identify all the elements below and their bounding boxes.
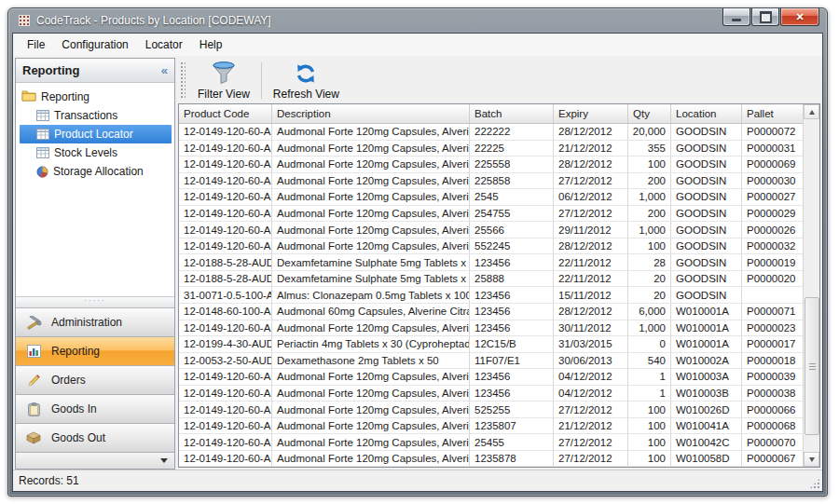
cell-batch: 222222 [470,124,554,141]
nav-button-goods-in[interactable]: Goods In [16,395,174,424]
sidebar-item-transactions[interactable]: Transactions [20,106,172,125]
sidebar-item-stock-levels[interactable]: Stock Levels [20,143,172,162]
toolbar-button-label: Refresh View [273,88,339,101]
column-header-product-code[interactable]: Product Code [179,104,272,123]
app-window: CodeTrack - Products by Location [CODEWA… [7,7,828,497]
cell-expiry: 04/12/2012 [554,386,628,402]
table-row[interactable]: 12-0148-60-100-A...Audmonal 60mg Capsule… [179,304,803,320]
client-area: FileConfigurationLocatorHelp Reporting « [12,33,823,492]
cell-description: Almus: Clonazepam 0.5mg Tablets x 100 [272,287,470,304]
nav-button-administration[interactable]: Administration [16,308,174,337]
table-icon [36,147,49,158]
cell-expiry: 04/12/2012 [554,369,628,386]
table-row[interactable]: 12-0149-120-60-A...Audmonal Forte 120mg … [179,418,803,435]
cell-description: Periactin 4mg Tablets x 30 (Cyproheptadi… [272,336,470,353]
cell-expiry: 28/12/2012 [554,238,628,255]
cell-location: W010002A [671,353,742,370]
menu-item-locator[interactable]: Locator [137,35,191,54]
table-row[interactable]: 12-0149-120-60-A...Audmonal Forte 120mg … [179,141,803,157]
cell-expiry: 27/12/2012 [554,173,628,190]
nav-button-goods-out[interactable]: Goods Out [16,424,174,453]
sidebar-item-product-locator[interactable]: Product Locator [20,125,172,143]
table-row[interactable]: 12-0149-120-60-A...Audmonal Forte 120mg … [179,189,803,206]
sidebar-item-storage-allocation[interactable]: Storage Allocation [20,162,172,181]
table-row[interactable]: 12-0149-120-60-A...Audmonal Forte 120mg … [179,434,803,451]
cell-product-code: 31-0071-0.5-100-A... [179,287,272,304]
column-header-location[interactable]: Location [671,104,742,123]
table-row[interactable]: 12-0149-120-60-A...Audmonal Forte 120mg … [179,238,803,255]
cell-pallet: P0000039 [742,369,803,386]
cell-expiry: 27/12/2012 [554,206,628,223]
table-row[interactable]: 12-0149-120-60-A...Audmonal Forte 120mg … [179,206,803,223]
table-row[interactable]: 12-0149-120-60-A...Audmonal Forte 120mg … [179,386,803,402]
table-row[interactable]: 12-0199-4-30-AUDPeriactin 4mg Tablets x … [179,336,803,353]
cell-product-code: 12-0149-120-60-A... [179,222,272,238]
close-button[interactable]: ✕ [780,8,819,26]
column-header-expiry[interactable]: Expiry [554,104,628,123]
cell-product-code: 12-0188-5-28-AUD [179,271,272,288]
minimize-button[interactable] [722,8,750,26]
vertical-scrollbar[interactable] [803,104,819,467]
resize-grip[interactable] [809,478,820,489]
maximize-button[interactable] [751,8,779,26]
cell-batch: 25455 [470,434,554,451]
cell-pallet: P0000018 [742,353,803,370]
column-header-description[interactable]: Description [272,104,470,123]
scrollbar-thumb[interactable] [805,297,819,435]
tree-root-reporting[interactable]: Reporting [20,88,174,106]
toolbar-grip[interactable] [180,61,186,100]
cell-batch: 11F07/E1 [470,353,554,370]
tree-root-label: Reporting [41,90,89,103]
table-row[interactable]: 12-0149-120-60-A...Audmonal Forte 120mg … [179,451,803,467]
chevron-down-icon[interactable] [160,458,168,463]
cell-qty: 1,000 [628,189,671,206]
column-header-qty[interactable]: Qty [628,104,671,123]
column-header-pallet[interactable]: Pallet [742,104,803,123]
table-row[interactable]: 12-0188-5-28-AUDDexamfetamine Sulphate 5… [179,271,803,288]
cell-description: Audmonal Forte 120mg Capsules, Alverine.… [272,238,470,255]
table-row[interactable]: 12-0149-120-60-A...Audmonal Forte 120mg … [179,157,803,173]
table-row[interactable]: 12-0149-120-60-A...Audmonal Forte 120mg … [179,402,803,418]
cell-product-code: 12-0149-120-60-A... [179,157,272,173]
table-row[interactable]: 12-0149-120-60-A...Audmonal Forte 120mg … [179,173,803,190]
title-bar[interactable]: CodeTrack - Products by Location [CODEWA… [8,8,827,33]
cell-batch: 25566 [470,222,554,238]
cell-expiry: 21/12/2012 [554,418,628,435]
cell-description: Audmonal Forte 120mg Capsules, Alverine.… [272,173,470,190]
collapse-chevron-icon[interactable]: « [161,64,168,76]
window-title: CodeTrack - Products by Location [CODEWA… [36,14,271,27]
nav-button-reporting[interactable]: Reporting [16,337,174,366]
column-header-batch[interactable]: Batch [470,104,554,123]
scroll-up-button[interactable] [804,104,819,119]
table-row[interactable]: 12-0149-120-60-A...Audmonal Forte 120mg … [179,222,803,238]
cell-expiry: 06/12/2012 [554,189,628,206]
table-row[interactable]: 12-0188-5-28-AUDDexamfetamine Sulphate 5… [179,254,803,271]
cell-pallet: P0000027 [742,189,803,206]
nav-button-orders[interactable]: Orders [16,366,174,395]
table-row[interactable]: 12-0053-2-50-AUDDexamethasone 2mg Tablet… [179,353,803,370]
cell-qty: 100 [628,238,671,255]
cell-location: W010041A [671,418,742,435]
cell-qty: 355 [628,141,671,157]
tree-item-label: Product Locator [54,128,133,141]
scroll-down-button[interactable] [804,452,819,467]
cell-batch: 123456 [470,320,554,337]
refresh-view-button[interactable]: Refresh View [264,58,349,103]
cell-location: W010001A [671,336,742,353]
sidebar: Reporting « Reporting TransactionsProd [15,58,175,470]
table-row[interactable]: 12-0149-120-60-A...Audmonal Forte 120mg … [179,320,803,337]
table-row[interactable]: 12-0149-120-60-A...Audmonal Forte 120mg … [179,369,803,386]
table-icon [36,129,49,140]
splitter-grip: ····· [84,299,105,303]
menu-item-help[interactable]: Help [191,35,231,54]
cell-batch: 2545 [470,189,554,206]
table-row[interactable]: 12-0149-120-60-A...Audmonal Forte 120mg … [179,124,803,141]
table-icon [36,110,49,121]
clipboard-icon [25,402,42,416]
menu-item-configuration[interactable]: Configuration [53,35,136,54]
funnel-icon [210,61,238,87]
table-row[interactable]: 31-0071-0.5-100-A...Almus: Clonazepam 0.… [179,287,803,304]
filter-view-button[interactable]: Filter View [188,58,259,103]
sidebar-splitter[interactable]: ····· [16,296,174,308]
menu-item-file[interactable]: File [19,35,53,54]
